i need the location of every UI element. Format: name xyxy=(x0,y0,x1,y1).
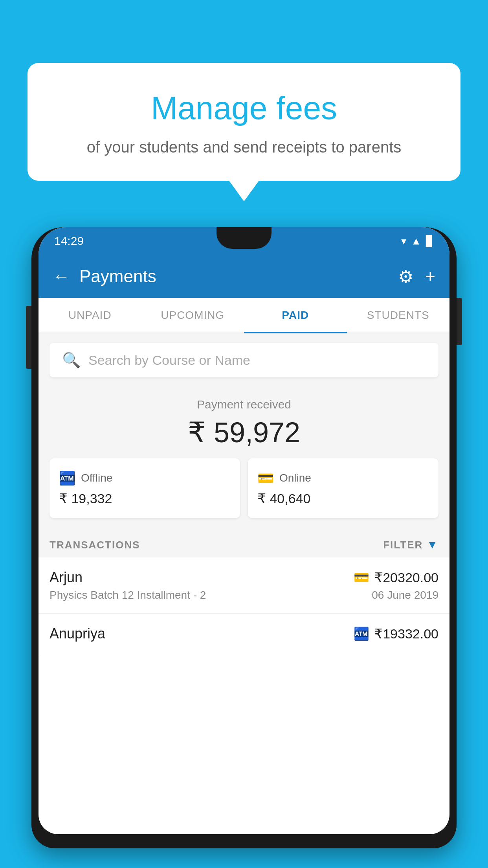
tabs-container: UNPAID UPCOMING PAID STUDENTS xyxy=(39,298,449,333)
transaction-amount-wrap: 💳 ₹20320.00 xyxy=(354,570,438,585)
app-bar: ← Payments ⚙ + xyxy=(39,255,449,298)
tab-unpaid[interactable]: UNPAID xyxy=(39,298,141,333)
search-placeholder: Search by Course or Name xyxy=(88,353,250,368)
offline-card-header: 🏧 Offline xyxy=(59,470,231,486)
tab-paid[interactable]: PAID xyxy=(244,298,347,333)
online-amount: ₹ 40,640 xyxy=(257,491,429,506)
app-bar-title: Payments xyxy=(79,267,389,286)
transaction-amount: ₹20320.00 xyxy=(374,570,438,585)
filter-icon: ▼ xyxy=(427,539,438,551)
signal-icon: ▲ xyxy=(411,235,421,247)
wifi-icon: ▾ xyxy=(401,235,406,247)
speech-bubble-section: Manage fees of your students and send re… xyxy=(28,63,460,181)
status-icons: ▾ ▲ ▊ xyxy=(401,235,434,247)
transaction-amount-wrap-anupriya: 🏧 ₹19332.00 xyxy=(354,626,438,642)
transaction-row2: Physics Batch 12 Installment - 2 06 June… xyxy=(50,589,438,601)
phone-outer-shell: 14:29 ▾ ▲ ▊ ← Payments ⚙ + xyxy=(31,227,457,848)
transaction-name-anupriya: Anupriya xyxy=(50,625,105,642)
back-button[interactable]: ← xyxy=(53,267,70,286)
online-payment-card: 💳 Online ₹ 40,640 xyxy=(248,458,438,518)
add-button[interactable]: + xyxy=(425,267,435,286)
speech-bubble-title: Manage fees xyxy=(59,90,429,126)
transaction-item-anupriya[interactable]: Anupriya 🏧 ₹19332.00 xyxy=(39,614,449,657)
filter-button[interactable]: FILTER ▼ xyxy=(383,539,438,551)
transaction-details: Physics Batch 12 Installment - 2 xyxy=(50,589,206,601)
offline-icon: 🏧 xyxy=(59,470,75,486)
payment-cards-container: 🏧 Offline ₹ 19,332 💳 Online ₹ 40,640 xyxy=(39,458,449,529)
app-bar-actions: ⚙ + xyxy=(398,267,435,287)
transaction-row1-anupriya: Anupriya 🏧 ₹19332.00 xyxy=(50,625,438,642)
phone-screen: 14:29 ▾ ▲ ▊ ← Payments ⚙ + xyxy=(39,227,449,834)
speech-bubble-card: Manage fees of your students and send re… xyxy=(28,63,460,181)
offline-payment-card: 🏧 Offline ₹ 19,332 xyxy=(50,458,240,518)
settings-button[interactable]: ⚙ xyxy=(398,267,413,287)
online-card-header: 💳 Online xyxy=(257,470,429,486)
transaction-row1: Arjun 💳 ₹20320.00 xyxy=(50,569,438,586)
transaction-name: Arjun xyxy=(50,569,83,586)
battery-icon: ▊ xyxy=(426,235,434,247)
offline-amount: ₹ 19,332 xyxy=(59,491,231,506)
transaction-method-icon: 💳 xyxy=(354,570,369,585)
phone-notch xyxy=(216,227,272,249)
transaction-amount-anupriya: ₹19332.00 xyxy=(374,626,438,642)
phone-mockup: 14:29 ▾ ▲ ▊ ← Payments ⚙ + xyxy=(31,220,457,868)
payment-received-amount: ₹ 59,972 xyxy=(50,416,438,449)
offline-label: Offline xyxy=(81,472,112,484)
transaction-date: 06 June 2019 xyxy=(372,589,438,601)
transaction-item-arjun[interactable]: Arjun 💳 ₹20320.00 Physics Batch 12 Insta… xyxy=(39,557,449,614)
search-icon: 🔍 xyxy=(62,351,81,369)
transactions-label: TRANSACTIONS xyxy=(50,539,140,551)
payment-summary-section: Payment received ₹ 59,972 xyxy=(39,385,449,458)
transactions-header: TRANSACTIONS FILTER ▼ xyxy=(39,529,449,557)
filter-label: FILTER xyxy=(383,539,423,551)
search-bar[interactable]: 🔍 Search by Course or Name xyxy=(50,343,438,377)
status-bar: 14:29 ▾ ▲ ▊ xyxy=(39,227,449,255)
tab-students[interactable]: STUDENTS xyxy=(347,298,450,333)
status-time: 14:29 xyxy=(54,234,84,248)
online-label: Online xyxy=(279,472,311,484)
transaction-method-icon-anupriya: 🏧 xyxy=(354,626,369,641)
speech-bubble-subtitle: of your students and send receipts to pa… xyxy=(59,137,429,157)
payment-received-label: Payment received xyxy=(50,398,438,411)
tab-upcoming[interactable]: UPCOMING xyxy=(141,298,244,333)
content-area: 🔍 Search by Course or Name Payment recei… xyxy=(39,333,449,657)
online-icon: 💳 xyxy=(257,470,274,486)
